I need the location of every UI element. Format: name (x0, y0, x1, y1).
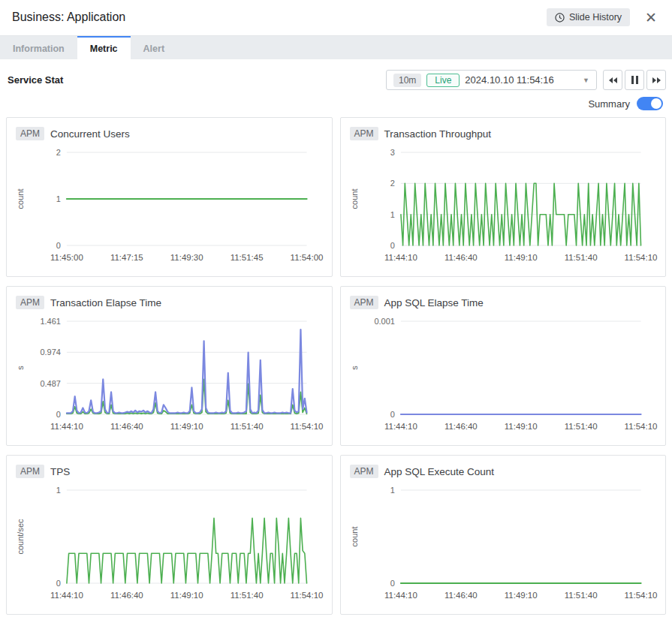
svg-text:11:54:10: 11:54:10 (624, 591, 657, 600)
svg-text:count: count (16, 189, 25, 209)
svg-text:11:44:10: 11:44:10 (384, 253, 417, 262)
svg-text:11:49:10: 11:49:10 (170, 422, 203, 431)
svg-text:count/sec: count/sec (16, 519, 25, 555)
chart-card: APM TPS 1011:44:1011:46:4011:49:1011:51:… (6, 455, 333, 615)
chevron-down-icon: ▼ (583, 77, 589, 84)
tab-alert[interactable]: Alert (131, 36, 177, 59)
svg-text:11:44:10: 11:44:10 (50, 422, 83, 431)
svg-text:11:47:15: 11:47:15 (110, 253, 143, 262)
svg-text:2: 2 (390, 179, 394, 188)
apm-badge: APM (350, 127, 378, 140)
svg-text:11:54:10: 11:54:10 (291, 591, 324, 600)
chart-card: APM Concurrent Users 21011:45:0011:47:15… (6, 117, 333, 277)
svg-text:11:46:40: 11:46:40 (444, 253, 477, 262)
svg-text:0.001: 0.001 (374, 317, 394, 326)
svg-text:11:49:10: 11:49:10 (504, 422, 537, 431)
apm-badge: APM (16, 296, 44, 309)
toggle-knob (651, 98, 661, 109)
apm-badge: APM (16, 127, 44, 140)
svg-text:0: 0 (56, 410, 61, 419)
svg-text:11:54:10: 11:54:10 (624, 422, 657, 431)
clock-icon (555, 13, 565, 23)
line-chart[interactable]: 1.4610.9740.487011:44:1011:46:4011:49:10… (7, 311, 332, 438)
svg-text:1.461: 1.461 (40, 317, 60, 326)
section-title: Service Stat (8, 74, 386, 86)
svg-text:0.974: 0.974 (40, 348, 60, 357)
summary-toggle[interactable] (637, 97, 663, 110)
svg-text:1: 1 (56, 194, 61, 203)
chart-card-header: APM App SQL Execute Count (341, 456, 666, 480)
svg-text:11:51:40: 11:51:40 (231, 591, 264, 600)
svg-text:11:45:00: 11:45:00 (50, 253, 83, 262)
playback-controls (603, 70, 666, 90)
rewind-button[interactable] (603, 70, 622, 90)
rewind-icon (608, 77, 618, 84)
svg-text:11:51:45: 11:51:45 (231, 253, 264, 262)
svg-text:11:54:10: 11:54:10 (624, 253, 657, 262)
svg-text:11:51:40: 11:51:40 (564, 422, 597, 431)
live-badge: Live (426, 74, 460, 87)
chart-card: APM App SQL Elapse Time 0.001011:44:1011… (340, 286, 667, 446)
apm-badge: APM (16, 465, 44, 478)
slide-history-button[interactable]: Slide History (547, 8, 630, 26)
fast-forward-button[interactable] (646, 70, 666, 90)
chart-card: APM Transaction Elapse Time 1.4610.9740.… (6, 286, 333, 446)
line-chart[interactable]: 21011:45:0011:47:1511:49:3011:51:4511:54… (7, 142, 332, 269)
chart-card-header: APM TPS (7, 456, 332, 480)
tab-bar: Information Metric Alert (0, 36, 672, 59)
charts-grid: APM Concurrent Users 21011:45:0011:47:15… (0, 112, 672, 621)
svg-text:11:51:40: 11:51:40 (564, 253, 597, 262)
line-chart[interactable]: 1011:44:1011:46:4011:49:1011:51:4011:54:… (341, 480, 666, 607)
svg-text:0: 0 (56, 241, 61, 250)
chart-card-header: APM Concurrent Users (7, 118, 332, 142)
svg-text:count: count (349, 189, 358, 209)
svg-text:1: 1 (390, 210, 394, 219)
chart-title: TPS (50, 466, 70, 477)
line-chart[interactable]: 0.001011:44:1011:46:4011:49:1011:51:4011… (341, 311, 666, 438)
svg-text:0: 0 (56, 579, 61, 588)
svg-text:11:46:40: 11:46:40 (110, 422, 143, 431)
close-icon[interactable]: ✕ (642, 9, 660, 26)
pause-icon (631, 76, 638, 84)
time-range-picker[interactable]: 10m Live 2024.10.10 11:54:16 ▼ (386, 70, 597, 90)
summary-label: Summary (588, 98, 630, 110)
pause-button[interactable] (625, 70, 644, 90)
svg-text:11:51:40: 11:51:40 (564, 591, 597, 600)
chart-card: APM App SQL Execute Count 1011:44:1011:4… (340, 455, 667, 615)
toolbar: Service Stat 10m Live 2024.10.10 11:54:1… (0, 59, 672, 90)
svg-text:11:49:10: 11:49:10 (504, 253, 537, 262)
chart-title: App SQL Elapse Time (384, 297, 484, 308)
svg-text:11:54:10: 11:54:10 (291, 422, 324, 431)
apm-badge: APM (350, 296, 378, 309)
apm-badge: APM (350, 465, 378, 478)
svg-text:11:49:30: 11:49:30 (170, 253, 203, 262)
svg-text:3: 3 (390, 148, 394, 157)
svg-text:11:49:10: 11:49:10 (504, 591, 537, 600)
svg-text:0: 0 (390, 241, 394, 250)
svg-text:11:51:40: 11:51:40 (231, 422, 264, 431)
line-chart[interactable]: 321011:44:1011:46:4011:49:1011:51:4011:5… (341, 142, 666, 269)
svg-text:0: 0 (390, 579, 394, 588)
svg-text:11:46:40: 11:46:40 (444, 422, 477, 431)
svg-text:s: s (16, 366, 25, 370)
svg-text:11:49:10: 11:49:10 (170, 591, 203, 600)
svg-text:11:44:10: 11:44:10 (384, 591, 417, 600)
svg-text:11:54:00: 11:54:00 (291, 253, 324, 262)
chart-title: App SQL Execute Count (384, 466, 495, 477)
chart-title: Transaction Elapse Time (50, 297, 161, 308)
svg-text:11:44:10: 11:44:10 (50, 591, 83, 600)
svg-text:0.487: 0.487 (40, 379, 60, 388)
svg-text:1: 1 (390, 486, 394, 495)
datetime-value: 2024.10.10 11:54:16 (465, 74, 577, 86)
time-range-badge: 10m (393, 74, 421, 87)
line-chart[interactable]: 1011:44:1011:46:4011:49:1011:51:4011:54:… (7, 480, 332, 607)
svg-text:1: 1 (56, 486, 61, 495)
summary-row: Summary (0, 90, 672, 112)
chart-title: Transaction Throughput (384, 128, 492, 140)
tab-metric[interactable]: Metric (77, 36, 131, 59)
window-titlebar: Business: Application Slide History ✕ (0, 0, 672, 36)
svg-text:11:46:40: 11:46:40 (444, 591, 477, 600)
svg-text:s: s (349, 366, 358, 370)
svg-text:2: 2 (56, 148, 61, 157)
tab-information[interactable]: Information (0, 36, 77, 59)
